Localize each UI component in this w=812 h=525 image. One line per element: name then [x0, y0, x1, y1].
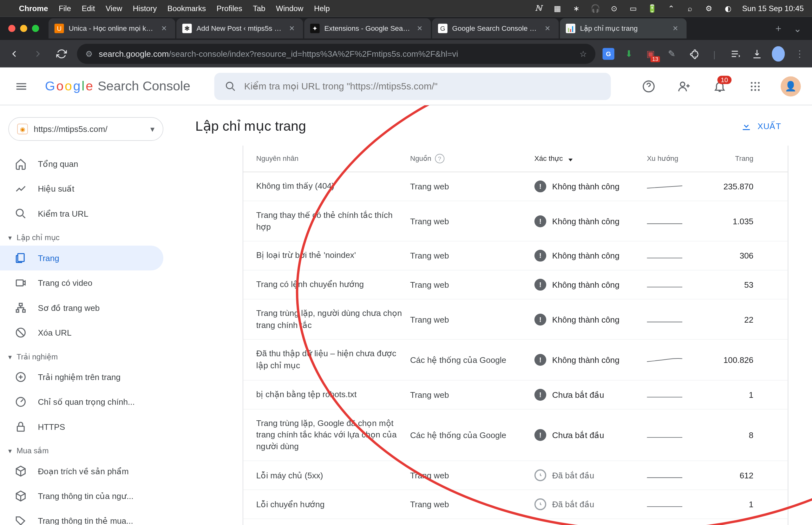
maximize-window-icon[interactable]	[32, 25, 39, 32]
window-controls[interactable]	[8, 25, 39, 32]
profile-avatar[interactable]	[772, 47, 785, 60]
google-apps-button[interactable]	[743, 74, 767, 98]
headphones-icon[interactable]: 🎧	[591, 3, 600, 13]
sidebar-group-indexing[interactable]: ▾ Lập chỉ mục	[0, 226, 171, 246]
menu-view[interactable]: View	[106, 4, 122, 13]
sidebar-item-shopping-tab[interactable]: Trang thông tin thẻ mua...	[0, 509, 163, 525]
table-row[interactable]: Trang có lệnh chuyển hướng Trang web !Kh…	[243, 271, 788, 299]
close-tab-icon[interactable]: ✕	[161, 25, 169, 33]
address-bar[interactable]: ⚙ search.google.com/search-console/index…	[77, 44, 596, 64]
table-row[interactable]: bị chặn bằng tệp robots.txt Trang web !C…	[243, 380, 788, 409]
menu-edit[interactable]: Edit	[82, 4, 95, 13]
menu-window[interactable]: Window	[276, 4, 303, 13]
close-tab-icon[interactable]: ✕	[673, 25, 681, 33]
menu-file[interactable]: File	[59, 4, 71, 13]
table-row[interactable]: Lỗi chuyển hướng Trang web Đã bắt đầu 1	[243, 491, 788, 519]
menu-toggle-button[interactable]	[10, 74, 33, 98]
validation-cell: Đã bắt đầu	[535, 469, 647, 481]
browser-tab[interactable]: GGoogle Search Console & Bin✕	[432, 18, 559, 39]
bookmark-star-icon[interactable]: ☆	[580, 49, 587, 59]
menu-history[interactable]: History	[133, 4, 157, 13]
sidebar-item-page-experience[interactable]: Trải nghiệm trên trang	[0, 364, 163, 389]
account-avatar[interactable]: 👤	[779, 74, 803, 98]
extension-icon[interactable]: ▣ 13	[644, 47, 657, 60]
export-button[interactable]: XUẤT	[734, 116, 788, 136]
download-icon[interactable]: ⬇	[623, 47, 636, 60]
th-trend: Xu hướng	[647, 154, 689, 163]
sidebar-item-performance[interactable]: Hiệu suất	[0, 176, 163, 201]
table-row[interactable]: Trang trùng lặp, người dùng chưa chọn tr…	[243, 300, 788, 340]
close-window-icon[interactable]	[8, 25, 15, 32]
page-title: Lập chỉ mục trang	[195, 118, 306, 134]
close-tab-icon[interactable]: ✕	[545, 25, 553, 33]
sidebar-item-product-snippets[interactable]: Đoạn trích về sản phẩm	[0, 459, 163, 483]
back-button[interactable]	[6, 46, 22, 62]
browser-tab[interactable]: UUnica - Học online mọi kỹ năn✕	[48, 18, 175, 39]
sidebar-item-removals[interactable]: Xóa URL	[0, 320, 163, 345]
url-host: search.google.com	[99, 49, 169, 59]
table-row[interactable]: Trang thay thế có thẻ chính tắc thích hợ…	[243, 201, 788, 241]
translate-icon[interactable]: G	[603, 48, 614, 60]
downloads-icon[interactable]	[750, 47, 764, 60]
bluetooth-icon[interactable]: ∗	[572, 3, 581, 13]
sidebar-item-sitemaps[interactable]: Sơ đồ trang web	[0, 295, 163, 320]
tabs-overflow-icon[interactable]: ⌄	[788, 23, 808, 34]
battery-icon[interactable]: 🔋	[647, 3, 657, 13]
sidebar-item-core-web-vitals[interactable]: Chỉ số quan trọng chính...	[0, 390, 163, 414]
svg-rect-23	[17, 426, 24, 431]
help-button[interactable]	[637, 74, 661, 98]
menu-tab[interactable]: Tab	[253, 4, 265, 13]
siri-icon[interactable]: ◐	[723, 3, 733, 13]
sidebar-item-merchant-listings[interactable]: Trang thông tin của ngư...	[0, 484, 163, 509]
sidebar-group-shopping[interactable]: ▾ Mua sắm	[0, 439, 171, 459]
pen-icon[interactable]: ✎	[665, 47, 678, 60]
sidebar-item-https[interactable]: HTTPS	[0, 414, 163, 439]
notion-icon[interactable]: ℕ	[534, 3, 543, 13]
sparkline	[647, 217, 682, 225]
table-row[interactable]: Lỗi máy chủ (5xx) Trang web Đã bắt đầu 6…	[243, 461, 788, 490]
users-settings-button[interactable]	[673, 74, 696, 98]
chrome-menu-icon[interactable]: ⋮	[793, 47, 806, 60]
help-icon[interactable]: ?	[435, 154, 445, 163]
table-row[interactable]: Bị loại trừ bởi thẻ 'noindex' Trang web …	[243, 242, 788, 271]
control-center-icon[interactable]: ⚙	[704, 3, 714, 13]
spotlight-icon[interactable]: ⌕	[686, 3, 695, 13]
browser-tab[interactable]: ✦Extensions - Google Search C✕	[304, 18, 431, 39]
close-tab-icon[interactable]: ✕	[417, 25, 425, 33]
reason-cell: Không tìm thấy (404)	[256, 181, 410, 193]
display-icon[interactable]: ▦	[553, 3, 562, 13]
menu-profiles[interactable]: Profiles	[217, 4, 242, 13]
svg-rect-0	[732, 51, 738, 52]
table-row[interactable]: Đã thu thập dữ liệu – hiện chưa được lập…	[243, 340, 788, 380]
macos-app-name[interactable]: Chrome	[19, 4, 48, 13]
forward-button[interactable]	[30, 46, 46, 62]
th-validation[interactable]: Xác thực	[535, 154, 647, 163]
property-selector[interactable]: ◉ https://mtips5s.com/ ▾	[8, 117, 163, 141]
url-inspect-search[interactable]	[214, 73, 611, 100]
wifi-icon[interactable]: ⌃	[666, 3, 676, 13]
extensions-puzzle-icon[interactable]	[687, 47, 700, 60]
menu-help[interactable]: Help	[314, 4, 330, 13]
menu-bookmarks[interactable]: Bookmarks	[167, 4, 206, 13]
minimize-window-icon[interactable]	[20, 25, 27, 32]
table-row[interactable]: Trang trùng lặp, Google đã chọn một tran…	[243, 409, 788, 461]
sidebar-item-video-pages[interactable]: Trang có video	[0, 271, 163, 295]
reload-button[interactable]	[53, 46, 70, 62]
browser-tab[interactable]: 📊Lập chỉ mục trang✕	[560, 18, 687, 39]
close-tab-icon[interactable]: ✕	[289, 25, 297, 33]
table-row[interactable]: Không tìm thấy (404) Trang web !Không th…	[243, 172, 788, 201]
sidebar-item-url-inspect[interactable]: Kiểm tra URL	[0, 201, 163, 226]
gsc-logo[interactable]: Google Search Console	[45, 78, 190, 94]
sidebar-item-pages[interactable]: Trang	[0, 245, 163, 270]
notifications-button[interactable]: 10	[708, 74, 732, 98]
play-icon[interactable]: ⊙	[610, 3, 619, 13]
reading-list-icon[interactable]	[729, 47, 742, 60]
sidebar-group-experience[interactable]: ▾ Trải nghiệm	[0, 345, 171, 365]
browser-tab[interactable]: ✱Add New Post ‹ mtips5s — W✕	[176, 18, 303, 39]
clock[interactable]: Sun 15 Sep 10:45	[742, 4, 804, 13]
dock-icon[interactable]: ▭	[629, 3, 638, 13]
sidebar-item-overview[interactable]: Tổng quan	[0, 152, 163, 176]
new-tab-button[interactable]: ＋	[770, 20, 787, 36]
site-settings-icon[interactable]: ⚙	[85, 49, 93, 59]
url-inspect-input[interactable]	[244, 81, 600, 92]
